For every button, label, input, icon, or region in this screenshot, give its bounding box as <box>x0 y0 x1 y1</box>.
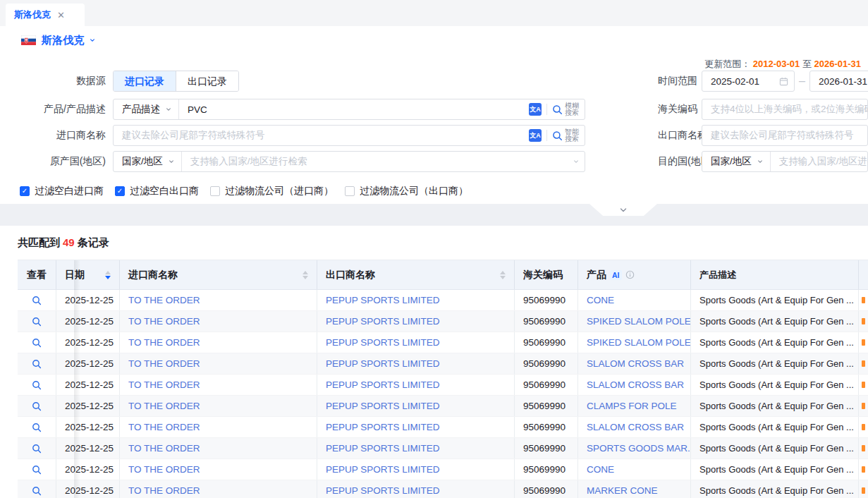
col-header-date[interactable]: 日期 <box>56 260 120 289</box>
date-end-input[interactable]: 2026-01-31 <box>809 71 868 92</box>
checked-checkbox-icon[interactable]: ✓ <box>20 186 30 196</box>
importer-link[interactable]: TO THE ORDER <box>128 443 200 454</box>
dest-country-select[interactable]: 国家/地区 <box>702 152 771 171</box>
view-detail-button[interactable] <box>32 401 42 411</box>
importer-link[interactable]: TO THE ORDER <box>128 316 200 327</box>
unchecked-checkbox-icon[interactable]: ✓ <box>345 186 355 196</box>
checkbox-label: 过滤物流公司（进口商） <box>225 185 334 198</box>
checkbox-0[interactable]: ✓过滤空白进口商 <box>20 185 104 198</box>
view-detail-button[interactable] <box>32 486 42 496</box>
smart-search-label-2: 搜索 <box>565 135 579 143</box>
close-icon[interactable]: ✕ <box>57 11 65 20</box>
importer-link[interactable]: TO THE ORDER <box>128 485 200 496</box>
update-range: 更新范围： 2012-03-01 至 2026-01-31 <box>704 58 861 71</box>
collapse-panel-button[interactable] <box>589 204 657 216</box>
importer-link[interactable]: TO THE ORDER <box>128 401 200 411</box>
checkbox-2[interactable]: ✓过滤物流公司（进口商） <box>210 185 334 198</box>
exporter-cell: PEPUP SPORTS LIMITED <box>317 417 515 437</box>
product-field-select[interactable]: 产品描述 <box>114 99 179 119</box>
view-detail-button[interactable] <box>32 338 42 348</box>
translate-icon[interactable]: 文A <box>529 129 542 142</box>
chevron-down-icon <box>90 37 95 43</box>
tab-slovakia[interactable]: 斯洛伐克 ✕ <box>6 4 85 26</box>
product-link[interactable]: SPORTS GOODS MAR... <box>587 443 691 454</box>
tab-import-records[interactable]: 进口记录 <box>114 71 176 91</box>
view-cell <box>18 290 56 310</box>
fuzzy-search-button[interactable]: 模糊搜索 <box>552 102 579 117</box>
importer-link[interactable]: TO THE ORDER <box>128 295 200 305</box>
importer-link[interactable]: TO THE ORDER <box>128 422 200 432</box>
sort-control-date[interactable] <box>105 271 111 279</box>
product-cell: SLALOM CROSS BAR <box>578 375 691 395</box>
importer-cell: TO THE ORDER <box>120 417 317 437</box>
importer-link[interactable]: TO THE ORDER <box>128 337 200 348</box>
clipped-next-column-cell <box>859 480 868 498</box>
col-header-description: 产品描述 <box>691 260 859 289</box>
description-cell: Sports Goods (Art & Equip For Gen ... <box>691 396 859 416</box>
exporter-link[interactable]: PEPUP SPORTS LIMITED <box>326 485 440 496</box>
dest-country-input[interactable]: 支持输入国家/地区进行检索 <box>771 155 867 168</box>
table-row: 2025-12-25TO THE ORDERPEPUP SPORTS LIMIT… <box>18 353 868 375</box>
exporter-link[interactable]: PEPUP SPORTS LIMITED <box>326 464 440 475</box>
col-header-importer[interactable]: 进口商名称 <box>120 260 317 289</box>
magnifier-icon <box>32 423 42 432</box>
product-link[interactable]: CLAMPS FOR POLE <box>587 401 677 411</box>
col-header-exporter[interactable]: 出口商名称 <box>317 260 515 289</box>
exporter-link[interactable]: PEPUP SPORTS LIMITED <box>326 316 440 327</box>
hscode-cell: 95069990 <box>515 353 578 374</box>
tab-export-records[interactable]: 出口记录 <box>176 71 238 91</box>
exporter-link[interactable]: PEPUP SPORTS LIMITED <box>326 422 440 432</box>
importer-input[interactable]: 建议去除公司尾部字符或特殊符号 <box>114 129 265 142</box>
exporter-link[interactable]: PEPUP SPORTS LIMITED <box>326 358 440 369</box>
update-range-end: 2026-01-31 <box>814 59 862 69</box>
view-detail-button[interactable] <box>32 423 42 432</box>
view-detail-button[interactable] <box>32 465 42 475</box>
smart-search-button[interactable]: 智能搜索 <box>552 128 579 143</box>
importer-link[interactable]: TO THE ORDER <box>128 379 200 390</box>
magnifier-icon <box>32 444 42 454</box>
exporter-link[interactable]: PEPUP SPORTS LIMITED <box>326 379 440 390</box>
view-detail-button[interactable] <box>32 317 42 327</box>
translate-icon[interactable]: 文A <box>529 103 542 116</box>
update-range-to: 至 <box>802 59 812 69</box>
exporter-link[interactable]: PEPUP SPORTS LIMITED <box>326 443 440 454</box>
hscode-cell: 95069990 <box>515 290 578 310</box>
view-detail-button[interactable] <box>32 444 42 454</box>
importer-link[interactable]: TO THE ORDER <box>128 358 200 369</box>
exporter-link[interactable]: PEPUP SPORTS LIMITED <box>326 401 440 411</box>
sort-control-importer[interactable] <box>302 271 308 279</box>
importer-label: 进口商名称 <box>0 129 113 142</box>
product-link[interactable]: SLALOM CROSS BAR <box>587 358 684 369</box>
origin-country-input[interactable]: 支持输入国家/地区进行检索 <box>182 155 307 168</box>
sort-control-exporter[interactable] <box>500 271 506 279</box>
product-link[interactable]: SLALOM CROSS BAR <box>587 379 684 390</box>
checked-checkbox-icon[interactable]: ✓ <box>115 186 125 196</box>
product-link[interactable]: SPIKED SLALOM POLE <box>587 316 691 327</box>
view-detail-button[interactable] <box>32 380 42 390</box>
view-detail-button[interactable] <box>32 296 42 305</box>
product-link[interactable]: CONE <box>587 464 614 475</box>
view-detail-button[interactable] <box>32 359 42 369</box>
exporter-link[interactable]: PEPUP SPORTS LIMITED <box>326 295 440 305</box>
unchecked-checkbox-icon[interactable]: ✓ <box>210 186 220 196</box>
table-row: 2025-12-25TO THE ORDERPEPUP SPORTS LIMIT… <box>18 438 868 459</box>
hs-code-input[interactable]: 支持4位以上海关编码，或2位海关编码加上产品 <box>702 103 867 116</box>
checkbox-3[interactable]: ✓过滤物流公司（出口商） <box>345 185 468 198</box>
product-link[interactable]: CONE <box>587 295 614 305</box>
product-link[interactable]: SLALOM CROSS BAR <box>587 422 684 432</box>
importer-link[interactable]: TO THE ORDER <box>128 464 200 475</box>
exporter-input[interactable]: 建议去除公司尾部字符或特殊符号 <box>702 129 854 142</box>
product-link[interactable]: SPIKED SLALOM POLE <box>587 337 691 348</box>
checkbox-1[interactable]: ✓过滤空白出口商 <box>115 185 199 198</box>
view-cell <box>18 353 56 374</box>
clipped-next-column-cell <box>859 459 868 480</box>
origin-country-select[interactable]: 国家/地区 <box>114 152 182 171</box>
product-search-input[interactable]: PVC <box>179 104 207 115</box>
date-start-input[interactable]: 2025-02-01 <box>702 71 795 92</box>
magnifier-icon <box>32 359 42 369</box>
info-icon[interactable] <box>625 270 635 279</box>
results-prefix: 共匹配到 <box>18 236 60 248</box>
country-selector[interactable]: 斯洛伐克 <box>21 32 95 48</box>
product-link[interactable]: MARKER CONE <box>587 485 658 496</box>
exporter-link[interactable]: PEPUP SPORTS LIMITED <box>326 337 440 348</box>
